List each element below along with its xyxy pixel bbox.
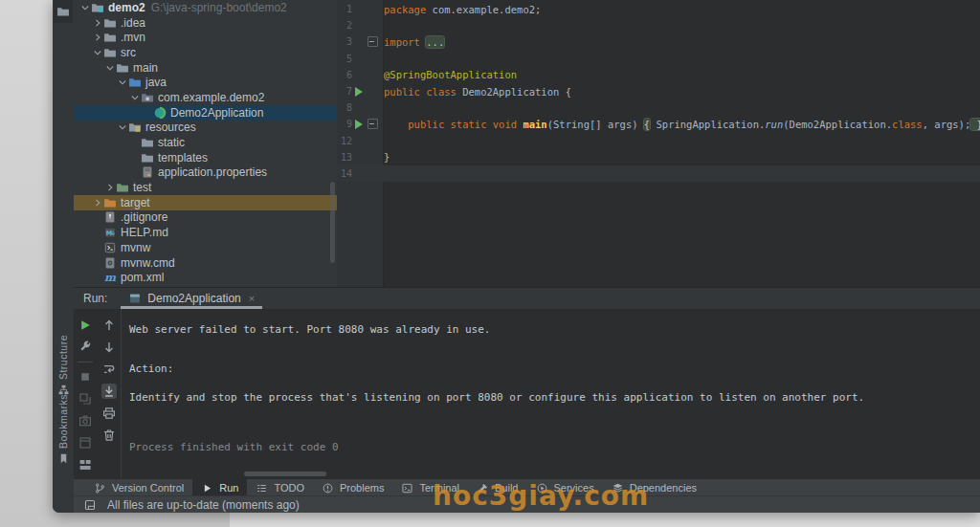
- tree-item-label: test: [133, 181, 151, 194]
- line-number: 1: [337, 4, 352, 14]
- tree-item-label: Demo2Application: [170, 106, 263, 120]
- structure-label: Structure: [57, 335, 69, 380]
- run-console[interactable]: Web server failed to start. Port 8080 wa…: [121, 309, 980, 479]
- tree-item-demo2[interactable]: demo2G:\java-spring-boot\demo2: [74, 0, 337, 15]
- console-line: Process finished with exit code 0: [129, 441, 339, 453]
- tree-item-resources[interactable]: resources: [74, 121, 337, 136]
- chevron-right-icon[interactable]: [104, 182, 116, 193]
- tree-item-help-md[interactable]: MHELP.md: [74, 225, 337, 240]
- tree-item-mvnw[interactable]: mvnw: [74, 240, 337, 255]
- tree-item-label: src: [121, 46, 136, 59]
- todo-icon: [256, 482, 268, 494]
- tree-item-label: com.example.demo2: [158, 91, 264, 104]
- frame-icon[interactable]: [78, 435, 93, 450]
- line-number: 5: [337, 54, 352, 64]
- tree-item-static[interactable]: static: [74, 135, 337, 150]
- code-line-5: 5: [337, 51, 980, 67]
- console-line: Identify and stop the process that's lis…: [129, 391, 864, 404]
- chevron-down-icon[interactable]: [117, 121, 128, 133]
- run-line-icon[interactable]: [355, 120, 363, 129]
- line-number: 14: [337, 168, 352, 179]
- code-text: public class Demo2Application {: [379, 86, 571, 98]
- stop-icon[interactable]: [78, 369, 93, 384]
- trash-icon[interactable]: [101, 428, 117, 443]
- code-text: package com.example.demo2;: [379, 4, 541, 15]
- toolwindow-button-problems[interactable]: Problems: [313, 479, 392, 496]
- tree-item-label: .gitignore: [121, 210, 167, 224]
- console-horizontal-scrollbar[interactable]: [244, 472, 326, 476]
- tree-item-application-properties[interactable]: application.properties: [74, 165, 337, 181]
- run-panel-body: Web server failed to start. Port 8080 wa…: [74, 309, 980, 479]
- toolwindow-button-version-control[interactable]: Version Control: [85, 479, 192, 496]
- restore-icon[interactable]: [78, 391, 93, 406]
- camera-icon[interactable]: [78, 413, 93, 428]
- scroll-end-icon[interactable]: [101, 384, 117, 399]
- tree-item-templates[interactable]: templates: [74, 150, 337, 165]
- tree-item-com-example-demo2[interactable]: com.example.demo2: [74, 90, 337, 105]
- tree-item-pom-xml[interactable]: mpom.xml: [74, 270, 337, 285]
- toolwindow-button-label: TODO: [274, 482, 304, 494]
- folder-icon: [103, 31, 117, 44]
- cmd-file-icon: [103, 256, 117, 270]
- tree-item-gitignore[interactable]: .gitignore: [74, 210, 337, 226]
- fold-marker-icon[interactable]: [368, 36, 378, 47]
- layout-icon[interactable]: [78, 457, 93, 472]
- code-text: import ...: [379, 36, 444, 48]
- chevron-right-icon[interactable]: [92, 17, 103, 29]
- bookmarks-toolwindow-button[interactable]: Bookmarks: [53, 394, 74, 465]
- tree-scrollbar[interactable]: [330, 182, 335, 263]
- chevron-spacer: [142, 107, 153, 119]
- chevron-down-icon[interactable]: [79, 2, 91, 13]
- close-tab-icon[interactable]: ×: [249, 293, 255, 304]
- chevron-down-icon[interactable]: [117, 77, 128, 88]
- tree-item-idea[interactable]: .idea: [74, 15, 337, 31]
- tree-item-test[interactable]: test: [74, 180, 337, 195]
- git-file-icon: [103, 210, 117, 224]
- project-folder-icon: [56, 5, 70, 18]
- status-window-icon[interactable]: [83, 498, 97, 512]
- code-line-8: 8: [337, 99, 980, 116]
- chevron-spacer: [92, 272, 103, 283]
- tree-item-label: mvnw: [121, 241, 150, 254]
- line-number: 3: [337, 36, 352, 47]
- toolwindow-button-todo[interactable]: TODO: [247, 479, 313, 496]
- tree-item-demo2application[interactable]: Demo2Application: [74, 105, 337, 121]
- intellij-window: Structure Bookmarks demo2G:\java-spring-…: [53, 0, 980, 513]
- tree-item-mvn[interactable]: .mvn: [74, 30, 337, 45]
- soft-wrap-icon[interactable]: [101, 362, 117, 377]
- fold-marker-icon[interactable]: [368, 119, 378, 129]
- run-line-icon[interactable]: [355, 87, 363, 97]
- tree-item-src[interactable]: src: [74, 45, 337, 60]
- code-line-14: 14: [337, 165, 980, 182]
- properties-file-icon: [141, 165, 154, 179]
- tree-item-mvnw-cmd[interactable]: mvnw.cmd: [74, 255, 337, 271]
- tree-item-path: G:\java-spring-boot\demo2: [151, 1, 287, 14]
- structure-toolwindow-button[interactable]: Structure: [53, 335, 74, 396]
- code-editor[interactable]: 1package com.example.demo2;23import ...5…: [337, 0, 980, 287]
- chevron-down-icon[interactable]: [104, 62, 116, 74]
- chevron-down-icon[interactable]: [129, 92, 141, 103]
- line-number: 9: [337, 119, 352, 129]
- arrow-up-icon[interactable]: [101, 318, 117, 333]
- tree-item-main[interactable]: main: [74, 60, 337, 76]
- wrench-icon[interactable]: [78, 340, 93, 355]
- chevron-spacer: [129, 152, 141, 164]
- run-tab-demo2application[interactable]: Demo2Application ×: [121, 288, 262, 309]
- chevron-right-icon[interactable]: [92, 32, 103, 43]
- folder-icon: [116, 61, 129, 75]
- tree-item-label: application.properties: [158, 165, 267, 179]
- arrow-down-icon[interactable]: [101, 340, 117, 355]
- project-toolwindow-button[interactable]: [54, 0, 73, 23]
- rerun-play-icon[interactable]: [78, 318, 93, 333]
- play-small-icon: [201, 482, 213, 494]
- chevron-right-icon[interactable]: [92, 197, 103, 209]
- code-text: }: [379, 151, 390, 163]
- tree-item-java[interactable]: java: [74, 75, 337, 90]
- toolwindow-button-run[interactable]: Run: [192, 479, 247, 496]
- print-icon[interactable]: [101, 406, 117, 421]
- chevron-down-icon[interactable]: [92, 47, 103, 58]
- tree-item-target[interactable]: target: [74, 195, 337, 210]
- tree-item-label: demo2: [108, 1, 145, 14]
- tree-item-label: HELP.md: [121, 226, 168, 239]
- folder-icon: [103, 16, 117, 30]
